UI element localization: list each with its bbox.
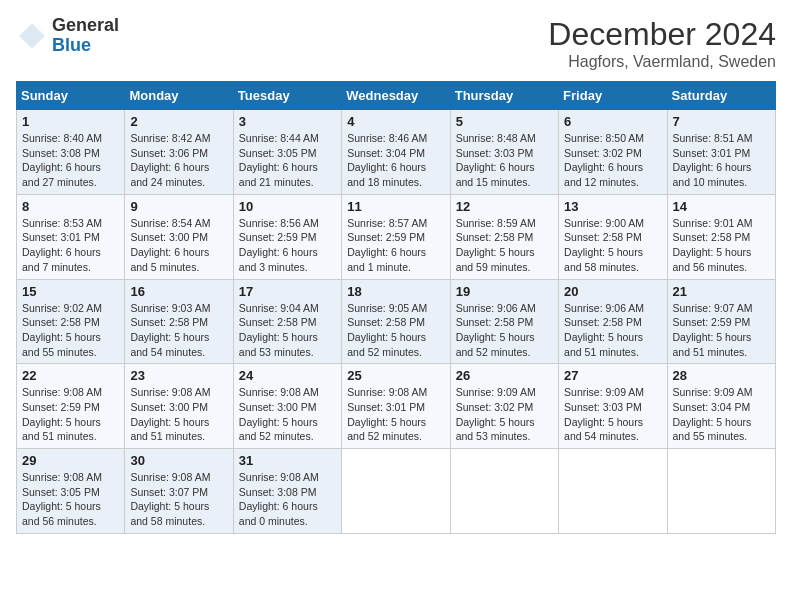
day-cell: 29Sunrise: 9:08 AMSunset: 3:05 PMDayligh…	[17, 449, 125, 534]
day-cell	[450, 449, 558, 534]
day-number: 3	[239, 114, 336, 129]
day-cell: 26Sunrise: 9:09 AMSunset: 3:02 PMDayligh…	[450, 364, 558, 449]
logo-general: General	[52, 15, 119, 35]
day-cell: 22Sunrise: 9:08 AMSunset: 2:59 PMDayligh…	[17, 364, 125, 449]
day-cell: 6Sunrise: 8:50 AMSunset: 3:02 PMDaylight…	[559, 110, 667, 195]
day-info: Sunrise: 8:53 AMSunset: 3:01 PMDaylight:…	[22, 216, 119, 275]
day-cell: 17Sunrise: 9:04 AMSunset: 2:58 PMDayligh…	[233, 279, 341, 364]
day-number: 5	[456, 114, 553, 129]
day-number: 12	[456, 199, 553, 214]
day-number: 31	[239, 453, 336, 468]
day-cell	[667, 449, 775, 534]
day-info: Sunrise: 8:50 AMSunset: 3:02 PMDaylight:…	[564, 131, 661, 190]
day-cell: 24Sunrise: 9:08 AMSunset: 3:00 PMDayligh…	[233, 364, 341, 449]
day-cell: 1Sunrise: 8:40 AMSunset: 3:08 PMDaylight…	[17, 110, 125, 195]
day-number: 22	[22, 368, 119, 383]
week-row-5: 29Sunrise: 9:08 AMSunset: 3:05 PMDayligh…	[17, 449, 776, 534]
week-row-4: 22Sunrise: 9:08 AMSunset: 2:59 PMDayligh…	[17, 364, 776, 449]
day-number: 2	[130, 114, 227, 129]
day-number: 8	[22, 199, 119, 214]
day-number: 20	[564, 284, 661, 299]
day-cell: 4Sunrise: 8:46 AMSunset: 3:04 PMDaylight…	[342, 110, 450, 195]
calendar-body: 1Sunrise: 8:40 AMSunset: 3:08 PMDaylight…	[17, 110, 776, 534]
day-number: 26	[456, 368, 553, 383]
day-number: 28	[673, 368, 770, 383]
day-info: Sunrise: 8:40 AMSunset: 3:08 PMDaylight:…	[22, 131, 119, 190]
day-number: 10	[239, 199, 336, 214]
title-block: December 2024 Hagfors, Vaermland, Sweden	[548, 16, 776, 71]
day-cell: 25Sunrise: 9:08 AMSunset: 3:01 PMDayligh…	[342, 364, 450, 449]
logo: General Blue	[16, 16, 119, 56]
day-number: 9	[130, 199, 227, 214]
calendar-table: SundayMondayTuesdayWednesdayThursdayFrid…	[16, 81, 776, 534]
day-cell: 11Sunrise: 8:57 AMSunset: 2:59 PMDayligh…	[342, 194, 450, 279]
day-number: 17	[239, 284, 336, 299]
logo-icon	[16, 20, 48, 52]
day-number: 11	[347, 199, 444, 214]
day-cell: 12Sunrise: 8:59 AMSunset: 2:58 PMDayligh…	[450, 194, 558, 279]
day-cell: 5Sunrise: 8:48 AMSunset: 3:03 PMDaylight…	[450, 110, 558, 195]
day-number: 21	[673, 284, 770, 299]
day-cell: 18Sunrise: 9:05 AMSunset: 2:58 PMDayligh…	[342, 279, 450, 364]
day-info: Sunrise: 9:08 AMSunset: 3:01 PMDaylight:…	[347, 385, 444, 444]
logo-blue: Blue	[52, 35, 91, 55]
day-info: Sunrise: 9:06 AMSunset: 2:58 PMDaylight:…	[564, 301, 661, 360]
day-info: Sunrise: 8:59 AMSunset: 2:58 PMDaylight:…	[456, 216, 553, 275]
day-number: 16	[130, 284, 227, 299]
day-cell: 9Sunrise: 8:54 AMSunset: 3:00 PMDaylight…	[125, 194, 233, 279]
day-cell: 19Sunrise: 9:06 AMSunset: 2:58 PMDayligh…	[450, 279, 558, 364]
day-cell: 14Sunrise: 9:01 AMSunset: 2:58 PMDayligh…	[667, 194, 775, 279]
day-info: Sunrise: 8:46 AMSunset: 3:04 PMDaylight:…	[347, 131, 444, 190]
weekday-header-tuesday: Tuesday	[233, 82, 341, 110]
location-subtitle: Hagfors, Vaermland, Sweden	[548, 53, 776, 71]
day-number: 14	[673, 199, 770, 214]
day-cell: 3Sunrise: 8:44 AMSunset: 3:05 PMDaylight…	[233, 110, 341, 195]
day-info: Sunrise: 9:09 AMSunset: 3:04 PMDaylight:…	[673, 385, 770, 444]
calendar-header: SundayMondayTuesdayWednesdayThursdayFrid…	[17, 82, 776, 110]
day-info: Sunrise: 9:05 AMSunset: 2:58 PMDaylight:…	[347, 301, 444, 360]
day-number: 23	[130, 368, 227, 383]
day-info: Sunrise: 8:42 AMSunset: 3:06 PMDaylight:…	[130, 131, 227, 190]
day-number: 27	[564, 368, 661, 383]
month-title: December 2024	[548, 16, 776, 53]
day-info: Sunrise: 8:51 AMSunset: 3:01 PMDaylight:…	[673, 131, 770, 190]
day-cell: 31Sunrise: 9:08 AMSunset: 3:08 PMDayligh…	[233, 449, 341, 534]
weekday-header-wednesday: Wednesday	[342, 82, 450, 110]
day-info: Sunrise: 9:03 AMSunset: 2:58 PMDaylight:…	[130, 301, 227, 360]
day-cell: 23Sunrise: 9:08 AMSunset: 3:00 PMDayligh…	[125, 364, 233, 449]
day-cell: 16Sunrise: 9:03 AMSunset: 2:58 PMDayligh…	[125, 279, 233, 364]
week-row-3: 15Sunrise: 9:02 AMSunset: 2:58 PMDayligh…	[17, 279, 776, 364]
day-info: Sunrise: 8:44 AMSunset: 3:05 PMDaylight:…	[239, 131, 336, 190]
day-cell	[559, 449, 667, 534]
day-cell: 27Sunrise: 9:09 AMSunset: 3:03 PMDayligh…	[559, 364, 667, 449]
day-info: Sunrise: 8:56 AMSunset: 2:59 PMDaylight:…	[239, 216, 336, 275]
day-info: Sunrise: 9:08 AMSunset: 3:07 PMDaylight:…	[130, 470, 227, 529]
day-info: Sunrise: 9:00 AMSunset: 2:58 PMDaylight:…	[564, 216, 661, 275]
page-header: General Blue December 2024 Hagfors, Vaer…	[16, 16, 776, 71]
svg-marker-0	[19, 23, 45, 49]
day-cell: 13Sunrise: 9:00 AMSunset: 2:58 PMDayligh…	[559, 194, 667, 279]
day-info: Sunrise: 9:08 AMSunset: 3:05 PMDaylight:…	[22, 470, 119, 529]
day-cell: 20Sunrise: 9:06 AMSunset: 2:58 PMDayligh…	[559, 279, 667, 364]
day-info: Sunrise: 8:57 AMSunset: 2:59 PMDaylight:…	[347, 216, 444, 275]
day-info: Sunrise: 9:08 AMSunset: 2:59 PMDaylight:…	[22, 385, 119, 444]
week-row-1: 1Sunrise: 8:40 AMSunset: 3:08 PMDaylight…	[17, 110, 776, 195]
day-info: Sunrise: 9:01 AMSunset: 2:58 PMDaylight:…	[673, 216, 770, 275]
day-info: Sunrise: 9:02 AMSunset: 2:58 PMDaylight:…	[22, 301, 119, 360]
day-number: 15	[22, 284, 119, 299]
day-number: 19	[456, 284, 553, 299]
day-info: Sunrise: 9:09 AMSunset: 3:02 PMDaylight:…	[456, 385, 553, 444]
day-cell: 7Sunrise: 8:51 AMSunset: 3:01 PMDaylight…	[667, 110, 775, 195]
day-number: 13	[564, 199, 661, 214]
weekday-header-sunday: Sunday	[17, 82, 125, 110]
day-number: 24	[239, 368, 336, 383]
logo-text: General Blue	[52, 16, 119, 56]
day-info: Sunrise: 9:07 AMSunset: 2:59 PMDaylight:…	[673, 301, 770, 360]
weekday-row: SundayMondayTuesdayWednesdayThursdayFrid…	[17, 82, 776, 110]
day-info: Sunrise: 9:09 AMSunset: 3:03 PMDaylight:…	[564, 385, 661, 444]
day-info: Sunrise: 9:08 AMSunset: 3:00 PMDaylight:…	[130, 385, 227, 444]
day-cell: 30Sunrise: 9:08 AMSunset: 3:07 PMDayligh…	[125, 449, 233, 534]
day-cell: 28Sunrise: 9:09 AMSunset: 3:04 PMDayligh…	[667, 364, 775, 449]
day-info: Sunrise: 9:04 AMSunset: 2:58 PMDaylight:…	[239, 301, 336, 360]
day-info: Sunrise: 8:48 AMSunset: 3:03 PMDaylight:…	[456, 131, 553, 190]
